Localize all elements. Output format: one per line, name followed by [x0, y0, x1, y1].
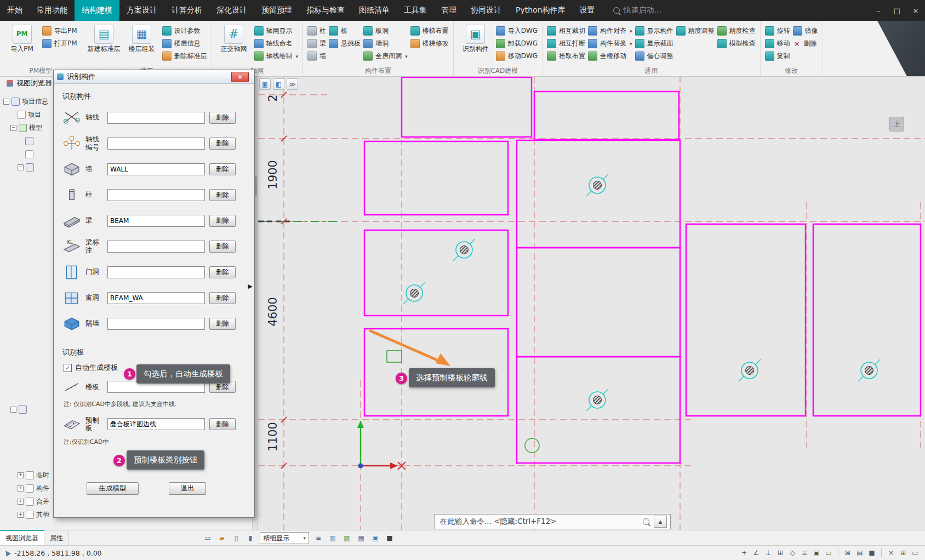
export-pm-button[interactable]: 导出PM — [42, 25, 77, 37]
collapse-toolbar-icon[interactable]: ≫ — [287, 78, 298, 90]
axis-number-delete-button[interactable]: 删除 — [209, 138, 236, 150]
minimize-button[interactable]: – — [869, 0, 888, 21]
tree-item[interactable]: + 合并 — [3, 495, 58, 508]
delete-button[interactable]: ×删除 — [793, 38, 818, 49]
menu-tab-detailing[interactable]: 深化设计 — [209, 0, 254, 21]
list-display-icon[interactable]: ≡ — [313, 533, 324, 544]
slab-hole-button[interactable]: 板洞 — [363, 25, 408, 37]
layers-icon[interactable]: ▦ — [356, 533, 367, 544]
import-pm-button[interactable]: PM 导入PM — [4, 22, 39, 53]
expand-icon[interactable]: + — [18, 512, 24, 518]
door-layer-input[interactable] — [107, 266, 205, 278]
building-icon[interactable]: ▣ — [370, 533, 381, 544]
tree-item[interactable] — [3, 134, 58, 147]
menu-tab-settings[interactable]: 设置 — [573, 0, 602, 21]
tree-item-model[interactable]: − 模型 — [3, 121, 58, 134]
generate-model-button[interactable]: 生成模型 — [87, 482, 139, 495]
isolate-icon[interactable]: × — [886, 547, 897, 558]
tree-item[interactable]: + 构件 — [3, 482, 58, 495]
tree-item[interactable]: − — [3, 161, 58, 174]
menu-tab-scheme-design[interactable]: 方案设计 — [119, 0, 164, 21]
room-hole-button[interactable]: 全房间洞▾ — [363, 50, 408, 62]
door-delete-button[interactable]: 删除 — [209, 266, 236, 278]
design-params-button[interactable]: 设计参数 — [162, 25, 207, 37]
menu-tab-analysis[interactable]: 计算分析 — [164, 0, 209, 21]
menu-tab-drawing-list[interactable]: 图纸清单 — [352, 0, 397, 21]
partition-delete-button[interactable]: 删除 — [209, 318, 236, 330]
menu-tab-manage[interactable]: 管理 — [434, 0, 464, 21]
precision-adjust-button[interactable]: 精度调整 — [676, 25, 715, 37]
exit-button[interactable]: 退出 — [169, 482, 206, 495]
mutual-cut-button[interactable]: 相互裁切 — [547, 25, 585, 37]
ortho-grid-button[interactable]: # 正交轴网 — [216, 22, 252, 53]
wall-layer-input[interactable] — [107, 163, 205, 175]
chart-icon[interactable]: ▥ — [327, 533, 338, 544]
move-dwg-button[interactable]: 移动DWG — [496, 50, 538, 62]
wall-display-icon[interactable]: ▮ — [245, 533, 256, 544]
move-building-button[interactable]: 全楼移动 — [588, 50, 632, 62]
stair-modify-button[interactable]: 楼梯修改 — [410, 38, 449, 49]
axis-layer-input[interactable] — [107, 112, 205, 124]
axis-number-layer-input[interactable] — [107, 138, 205, 150]
menu-tab-collaboration[interactable]: 协同设计 — [464, 0, 509, 21]
import-dwg-button[interactable]: 导入DWG — [496, 25, 538, 37]
collapse-icon[interactable]: − — [3, 99, 9, 105]
cantilever-slab-button[interactable]: 悬挑板 — [329, 38, 361, 49]
lineweight-toggle-icon[interactable]: ▭ — [823, 547, 834, 558]
new-standard-floor-button[interactable]: ▤ 新建标准层 — [87, 22, 122, 53]
column-delete-button[interactable]: 删除 — [209, 189, 236, 201]
clean-screen-icon[interactable]: ⊞ — [898, 547, 909, 558]
snap-toggle-icon[interactable]: + — [739, 547, 750, 558]
copy-button[interactable]: 复制 — [765, 50, 790, 62]
tree-item[interactable]: + 其他 — [3, 508, 58, 521]
beam-layer-input[interactable] — [107, 215, 205, 227]
view-cube-icon[interactable]: ◧ — [273, 78, 284, 90]
tab-properties[interactable]: 属性 — [44, 530, 69, 546]
menu-tab-check[interactable]: 指标与检查 — [299, 0, 352, 21]
menu-tab-structure-modeling[interactable]: 结构建模 — [75, 0, 119, 21]
precast-layer-input[interactable] — [107, 418, 205, 430]
grid-toggle-icon[interactable]: ⊞ — [775, 547, 786, 558]
model-check-button[interactable]: 模型检查 — [717, 38, 756, 49]
collapse-icon[interactable]: − — [10, 125, 16, 131]
menu-tab-start[interactable]: 开始 — [0, 0, 30, 21]
collapse-icon[interactable]: − — [10, 407, 16, 413]
expand-icon[interactable]: + — [18, 485, 24, 492]
viewport-icon[interactable]: ▣ — [259, 78, 271, 90]
selection-cycle-icon[interactable]: ⊠ — [842, 547, 853, 558]
maximize-button[interactable]: □ — [888, 0, 906, 21]
close-button[interactable]: × — [906, 0, 925, 21]
menu-tab-tools[interactable]: 工具集 — [397, 0, 434, 21]
beam-label-delete-button[interactable]: 删除 — [209, 241, 236, 253]
dynamic-input-icon[interactable]: ▣ — [811, 547, 822, 558]
tab-view-browser[interactable]: 视图浏览器 — [0, 530, 44, 546]
menu-tab-common[interactable]: 常用功能 — [30, 0, 75, 21]
auto-slab-checkbox[interactable]: ✓ — [64, 364, 72, 372]
wall-delete-button[interactable]: 删除 — [209, 163, 236, 175]
delete-standard-floor-button[interactable]: 删除标准层 — [162, 50, 207, 62]
command-input[interactable]: 在此输入命令... <隐藏:Ctrl+F12> ▲ — [434, 514, 671, 529]
sketch-icon[interactable]: ▭ — [202, 533, 213, 544]
quick-launch-search[interactable]: 快速启动... — [613, 0, 661, 21]
tree-item[interactable]: − — [3, 403, 58, 416]
window-layer-input[interactable] — [107, 292, 205, 304]
expand-icon[interactable]: + — [18, 499, 24, 505]
floor-info-button[interactable]: 楼层信息 — [162, 38, 207, 49]
show-component-button[interactable]: 显示构件 — [635, 25, 673, 37]
wall-button[interactable]: 墙 — [307, 50, 326, 62]
align-component-button[interactable]: 构件对齐▾ — [588, 25, 632, 37]
brush-icon[interactable]: ▰ — [216, 533, 227, 544]
track-toggle-icon[interactable]: ≡ — [799, 547, 810, 558]
grid-display-button[interactable]: 轴网显示 — [254, 25, 299, 37]
beam-label-layer-input[interactable] — [107, 241, 205, 253]
show-section-button[interactable]: 显示截面 — [635, 38, 673, 49]
angle-snap-icon[interactable]: ∠ — [751, 547, 762, 558]
mutual-break-button[interactable]: 相互打断 — [547, 38, 585, 49]
unload-dwg-button[interactable]: 卸载DWG — [496, 38, 538, 49]
menu-tab-embedment[interactable]: 预留预埋 — [254, 0, 299, 21]
recognize-component-button[interactable]: ▣ 识别构件 — [458, 22, 493, 53]
precision-check-button[interactable]: 精度检查 — [717, 25, 756, 37]
column-layer-input[interactable] — [107, 189, 205, 201]
annotation-toggle-icon[interactable]: ▤ — [854, 547, 865, 558]
clean-icon[interactable]: ▨ — [341, 533, 352, 544]
